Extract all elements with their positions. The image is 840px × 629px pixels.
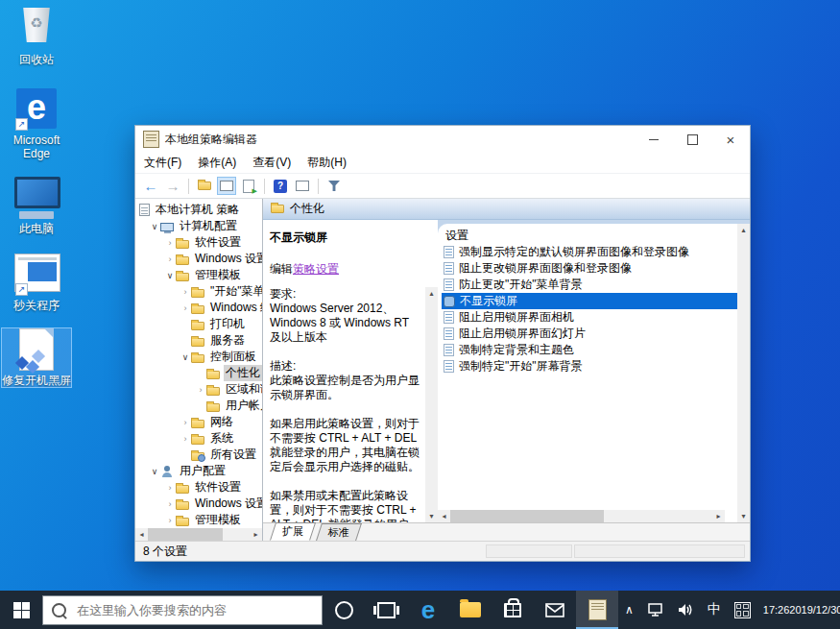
- chevron-right-icon[interactable]: ›: [180, 418, 191, 427]
- chevron-down-icon[interactable]: ∨: [164, 271, 176, 280]
- new-window-button[interactable]: [293, 177, 312, 195]
- tree-item-system[interactable]: › 系统: [135, 430, 262, 447]
- title-bar[interactable]: 本地组策略编辑器 ×: [135, 126, 750, 153]
- settings-column-header[interactable]: 设置: [442, 227, 737, 244]
- chevron-right-icon[interactable]: ›: [180, 303, 191, 313]
- chevron-down-icon[interactable]: ∨: [149, 467, 160, 476]
- tab-extended[interactable]: 扩展: [270, 522, 316, 541]
- tree-item-personalization[interactable]: 个性化: [135, 365, 262, 381]
- ime-mode-button[interactable]: [728, 591, 757, 629]
- task-view-button[interactable]: [365, 591, 407, 629]
- taskbar-clock[interactable]: 17:26 2019/12/30: [757, 591, 840, 629]
- scroll-left-icon[interactable]: ◂: [438, 510, 450, 522]
- forward-button[interactable]: →: [163, 177, 182, 195]
- tree-item-control-panel[interactable]: ∨ 控制面板: [135, 349, 262, 365]
- ime-language-indicator[interactable]: 中: [701, 591, 728, 629]
- tree-item-software-settings[interactable]: › 软件设置: [135, 234, 262, 251]
- tree-item-windows-components[interactable]: › Windows 组: [135, 300, 262, 316]
- search-input[interactable]: [75, 602, 280, 618]
- scroll-up-icon[interactable]: ▴: [425, 287, 438, 300]
- taskbar-explorer-button[interactable]: [449, 591, 492, 629]
- chevron-right-icon[interactable]: ›: [164, 238, 176, 248]
- chevron-right-icon[interactable]: ›: [180, 287, 191, 297]
- desktop-icon-recycle-bin[interactable]: 回收站: [2, 5, 71, 66]
- tab-standard[interactable]: 标准: [316, 523, 362, 541]
- scrollbar-thumb[interactable]: [450, 510, 604, 522]
- chevron-right-icon[interactable]: ›: [164, 254, 176, 264]
- policy-row[interactable]: 强制特定"开始"屏幕背景: [442, 358, 737, 375]
- chevron-down-icon[interactable]: ∨: [149, 222, 160, 231]
- tray-overflow-button[interactable]: ∧: [618, 591, 640, 629]
- tree-item-server[interactable]: 服务器: [135, 332, 262, 349]
- taskbar-gpedit-button[interactable]: [576, 591, 618, 629]
- policy-row[interactable]: 强制特定背景和主题色: [442, 342, 737, 358]
- scroll-right-icon[interactable]: ▸: [712, 510, 725, 522]
- recycle-bin-icon: [14, 8, 59, 50]
- tree-item-printers[interactable]: 打印机: [135, 316, 262, 332]
- desktop-icon-this-pc[interactable]: 此电脑: [2, 175, 71, 235]
- scrollbar-thumb[interactable]: [148, 528, 223, 541]
- desktop-icon-microsoft-edge[interactable]: e ↗ Microsoft Edge: [2, 88, 71, 160]
- up-one-level-button[interactable]: [195, 177, 214, 195]
- desktop-icon-app-shortcut[interactable]: ↗ 秒关程序: [2, 250, 71, 312]
- list-vertical-scrollbar[interactable]: ▴ ▾: [737, 224, 750, 522]
- filter-button[interactable]: [324, 177, 344, 195]
- export-list-button[interactable]: [239, 177, 258, 195]
- desktop-icon-registry-fix[interactable]: 修复开机黑屏: [2, 328, 71, 387]
- description-vertical-scrollbar[interactable]: ▴ ▾: [425, 287, 438, 522]
- chevron-right-icon[interactable]: ›: [164, 499, 176, 509]
- taskbar-edge-button[interactable]: e: [407, 591, 449, 629]
- tree-item-network[interactable]: › 网络: [135, 414, 262, 430]
- tree-item-user-software-settings[interactable]: › 软件设置: [135, 479, 262, 496]
- chevron-right-icon[interactable]: ›: [195, 385, 206, 395]
- tree-item-region-language[interactable]: › 区域和语言: [135, 381, 262, 398]
- tree-item-user-config[interactable]: ∨ 用户配置: [135, 463, 262, 479]
- taskbar-mail-button[interactable]: [534, 591, 576, 629]
- policy-row[interactable]: 阻止启用锁屏界面幻灯片: [442, 326, 737, 342]
- scroll-right-icon[interactable]: ▸: [250, 528, 262, 541]
- policy-row[interactable]: 强制显示特定的默认锁屏界面图像和登录图像: [442, 244, 737, 260]
- tree-item-user-admin-templates[interactable]: › 管理模板: [135, 512, 262, 528]
- cortana-button[interactable]: [323, 591, 365, 629]
- volume-status[interactable]: [671, 591, 701, 629]
- tree-item-all-settings[interactable]: 所有设置: [135, 447, 262, 463]
- menu-help[interactable]: 帮助(H): [307, 155, 347, 171]
- console-tree-toggle-button[interactable]: [217, 177, 236, 195]
- policy-row[interactable]: 防止更改"开始"菜单背景: [442, 277, 737, 293]
- close-button[interactable]: ×: [711, 126, 750, 153]
- taskbar-store-button[interactable]: [492, 591, 534, 629]
- scroll-up-icon[interactable]: ▴: [737, 224, 750, 236]
- list-horizontal-scrollbar[interactable]: ◂ ▸: [438, 510, 725, 522]
- tree-item-user-windows-settings[interactable]: › Windows 设置: [135, 496, 262, 512]
- scroll-left-icon[interactable]: ◂: [135, 528, 148, 541]
- chevron-right-icon[interactable]: ›: [164, 483, 176, 493]
- tree-item-root[interactable]: 本地计算机 策略: [135, 202, 262, 218]
- start-button[interactable]: [0, 591, 42, 629]
- policy-row[interactable]: 阻止更改锁屏界面图像和登录图像: [442, 260, 737, 277]
- tree-item-admin-templates[interactable]: ∨ 管理模板: [135, 267, 262, 283]
- scroll-down-icon[interactable]: ▾: [737, 510, 750, 522]
- scroll-down-icon[interactable]: ▾: [425, 510, 438, 522]
- chevron-down-icon[interactable]: ∨: [180, 352, 191, 362]
- tree-item-user-accounts[interactable]: 用户帐户: [135, 398, 262, 414]
- tree-item-windows-settings[interactable]: › Windows 设置: [135, 251, 262, 267]
- toolbar: ← → ?: [135, 173, 750, 199]
- menu-file[interactable]: 文件(F): [144, 155, 181, 171]
- edit-policy-link[interactable]: 策略设置: [293, 262, 339, 276]
- tree-item-start-menu[interactable]: › "开始"菜单和: [135, 283, 262, 300]
- folder-icon: [191, 338, 204, 347]
- chevron-right-icon[interactable]: ›: [164, 516, 176, 525]
- tree-item-computer-config[interactable]: ∨ 计算机配置: [135, 218, 262, 234]
- menu-action[interactable]: 操作(A): [198, 155, 236, 171]
- menu-view[interactable]: 查看(V): [252, 155, 291, 171]
- network-status[interactable]: [640, 591, 671, 629]
- policy-row[interactable]: 阻止启用锁屏界面相机: [442, 309, 737, 326]
- back-button[interactable]: ←: [141, 177, 160, 195]
- maximize-button[interactable]: [673, 126, 711, 153]
- taskbar-search[interactable]: [42, 595, 323, 625]
- chevron-right-icon[interactable]: ›: [180, 434, 191, 444]
- help-button[interactable]: ?: [271, 177, 290, 195]
- minimize-button[interactable]: [635, 126, 673, 153]
- policy-row-selected[interactable]: 不显示锁屏: [442, 293, 737, 309]
- tree-horizontal-scrollbar[interactable]: ◂ ▸: [135, 528, 262, 541]
